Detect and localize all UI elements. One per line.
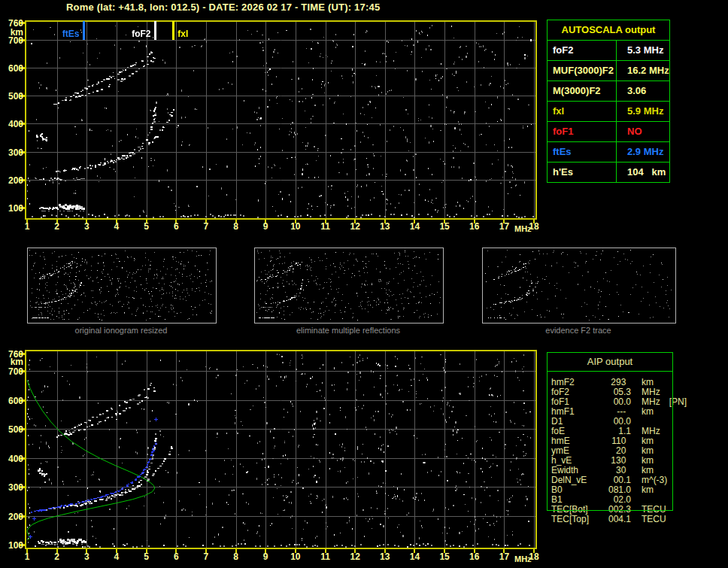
autoscala-row-ftes: ftEs2.9 MHz xyxy=(548,141,669,162)
autoscala-row-fof1: foF1NO xyxy=(548,121,669,141)
aip-table: AIP output hmF2293 kmfoF205.3MHzfoF100.0… xyxy=(547,352,673,524)
x-axis-tick-label: 15 xyxy=(436,221,453,232)
x-axis-tick-label: 5 xyxy=(138,221,155,232)
thumbnail-eliminate-canvas xyxy=(255,248,441,321)
autoscala-row-label: foF1 xyxy=(548,122,617,141)
aip-row-extra: [PN] xyxy=(669,397,687,407)
fxi-marker-line xyxy=(172,21,174,40)
y-axis-tick-label: 300 xyxy=(3,482,23,493)
autoscala-row-value: 5.9 MHz xyxy=(617,102,669,121)
x-axis-tick-label: 17 xyxy=(496,221,512,232)
x-axis-tick-label: 11 xyxy=(317,551,334,562)
aip-row-unit: TECU xyxy=(642,515,666,524)
fxi-marker-label: fxI xyxy=(177,29,208,39)
x-axis-tick-label: 15 xyxy=(436,551,453,562)
x-axis-tick-label: 14 xyxy=(406,551,423,562)
y-axis-tick-label: 100 xyxy=(3,203,23,214)
x-axis-tick-label: 10 xyxy=(287,551,304,562)
autoscala-table-rows: foF25.3 MHzMUF(3000)F216.2 MHzM(3000)F23… xyxy=(548,40,669,182)
y-axis-tick-label: 300 xyxy=(3,147,23,158)
autoscala-row-value: 16.2 MHz xyxy=(617,61,669,80)
thumbnail-evidence-f2 xyxy=(482,248,676,323)
autoscala-row-value: 2.9 MHz xyxy=(617,142,669,162)
x-axis-tick-label: 13 xyxy=(377,551,393,562)
thumbnail-caption-evidence: evidence F2 trace xyxy=(467,326,690,335)
autoscala-row-label: fxI xyxy=(548,102,617,121)
top-ionogram-canvas xyxy=(26,22,535,218)
y-axis-tick-label: 500 xyxy=(3,424,23,435)
autoscala-row-hes: h'Es104 km xyxy=(548,162,669,182)
autoscala-row-fof2: foF25.3 MHz xyxy=(548,40,669,60)
y-axis-unit-label: km xyxy=(3,27,23,38)
autoscala-table-title: AUTOSCALA output xyxy=(548,20,669,40)
x-axis-tick-label: 12 xyxy=(347,551,363,562)
thumbnail-caption-original: original ionogram resized xyxy=(12,326,230,335)
x-axis-tick-label: 9 xyxy=(257,221,274,232)
x-axis-tick-label: 4 xyxy=(108,221,125,232)
autoscala-row-value: 3.06 xyxy=(617,81,669,101)
thumbnail-original-canvas xyxy=(28,248,214,321)
autoscala-row-label: h'Es xyxy=(548,163,617,182)
x-axis-tick-label: 8 xyxy=(228,221,244,232)
ftes-marker-label: ftEs xyxy=(43,29,79,39)
thumbnail-evidence-canvas xyxy=(483,248,674,321)
autoscala-row-muf3000f2: MUF(3000)F216.2 MHz xyxy=(548,60,669,80)
aip-table-title: AIP output xyxy=(547,352,673,372)
autoscala-row-label: ftEs xyxy=(548,142,617,162)
x-axis-tick-label: 7 xyxy=(198,221,214,232)
autoscala-row-label: MUF(3000)F2 xyxy=(548,61,617,80)
x-axis-tick-label: 11 xyxy=(317,221,334,232)
x-axis-tick-label: 3 xyxy=(78,551,95,562)
aip-row-tectop: TEC[Top]004.1TECU xyxy=(551,515,673,524)
x-axis-tick-label: 8 xyxy=(228,551,244,562)
x-axis-tick-label: 3 xyxy=(78,221,95,232)
aip-row-b0: B0081.0km xyxy=(551,485,673,495)
autoscala-row-value: NO xyxy=(617,122,669,141)
aip-row-unit: km xyxy=(642,407,654,417)
x-axis-tick-label: 6 xyxy=(168,551,184,562)
x-axis-tick-label: 9 xyxy=(257,551,274,562)
aip-row-unit: km xyxy=(642,485,654,495)
y-axis-tick-label: 400 xyxy=(3,119,23,129)
aip-row-value: 004.1 xyxy=(598,515,631,524)
aip-row-name: TEC[Top] xyxy=(551,515,598,524)
autoscala-row-label: foF2 xyxy=(548,41,617,60)
x-axis-tick-label: 17 xyxy=(496,551,512,562)
y-axis-tick-label: 600 xyxy=(3,396,23,406)
y-axis-tick-label: 400 xyxy=(3,454,23,464)
x-axis-unit-label: MHz xyxy=(514,224,532,233)
thumbnail-caption-eliminate: eliminate multiple reflections xyxy=(239,326,457,335)
y-axis-unit-label: km xyxy=(3,357,23,367)
aip-table-rows: hmF2293 kmfoF205.3MHzfoF100.0MHz[PN]hmF1… xyxy=(547,372,673,524)
bottom-profile-plot xyxy=(25,350,537,549)
autoscala-row-m3000f2: M(3000)F23.06 xyxy=(548,80,669,101)
page-title: Rome (lat: +41.8, lon: 012.5) - DATE: 20… xyxy=(66,2,380,13)
autoscala-row-value: 104 km xyxy=(617,163,669,182)
autoscala-row-value: 5.3 MHz xyxy=(617,41,669,60)
ftes-marker-line xyxy=(83,21,85,40)
x-axis-tick-label: 6 xyxy=(168,221,184,232)
y-axis-tick-label: 200 xyxy=(3,512,23,522)
x-axis-tick-label: 12 xyxy=(347,221,363,232)
x-axis-tick-label: 2 xyxy=(49,551,65,562)
x-axis-tick-label: 16 xyxy=(466,551,483,562)
x-axis-tick-label: 10 xyxy=(287,221,304,232)
x-axis-unit-label: MHz xyxy=(514,554,532,563)
bottom-profile-canvas xyxy=(26,351,535,548)
top-ionogram-plot xyxy=(25,20,537,220)
x-axis-tick-label: 1 xyxy=(19,221,35,232)
y-axis-tick-label: 500 xyxy=(3,91,23,102)
fof2-marker-line xyxy=(154,21,156,40)
aip-row-hmf1: hmF1--- km xyxy=(551,407,673,417)
x-axis-tick-label: 2 xyxy=(49,221,65,232)
x-axis-tick-label: 7 xyxy=(198,551,214,562)
y-axis-tick-label: 700 xyxy=(3,366,23,377)
autoscala-row-fxi: fxI5.9 MHz xyxy=(548,101,669,121)
x-axis-tick-label: 4 xyxy=(108,551,125,562)
fof2-marker-label: foF2 xyxy=(114,29,150,39)
autoscala-table: AUTOSCALA output foF25.3 MHzMUF(3000)F21… xyxy=(547,20,670,183)
y-axis-tick-label: 600 xyxy=(3,63,23,74)
thumbnail-original-ionogram xyxy=(27,248,217,323)
x-axis-tick-label: 1 xyxy=(19,551,35,562)
x-axis-tick-label: 14 xyxy=(406,221,423,232)
